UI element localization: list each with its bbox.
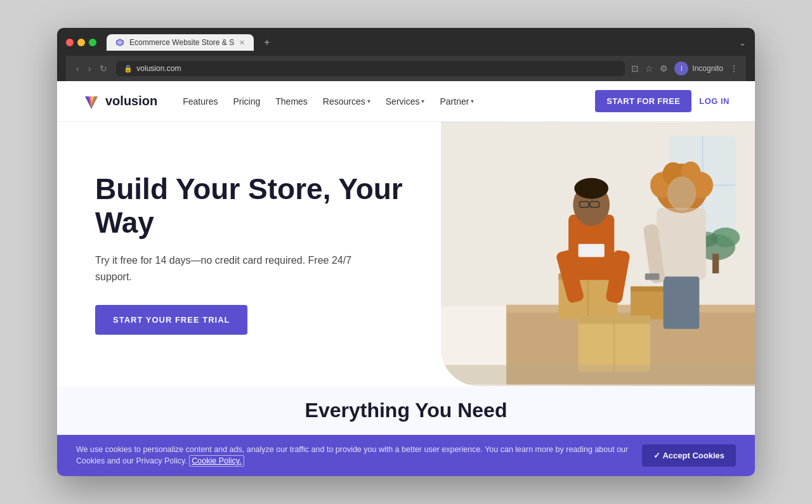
start-for-free-button[interactable]: START FOR FREE bbox=[595, 90, 691, 112]
partner-chevron-icon: ▾ bbox=[471, 98, 474, 105]
maximize-window-button[interactable] bbox=[89, 39, 96, 46]
active-tab[interactable]: Ecommerce Website Store & S ✕ bbox=[107, 34, 254, 51]
incognito-label: Incognito bbox=[692, 64, 723, 73]
url-text: volusion.com bbox=[136, 64, 181, 73]
hero-subtitle: Try it free for 14 days—no credit card r… bbox=[95, 252, 387, 285]
hero-illustration bbox=[441, 122, 755, 386]
toolbar-actions: ⊡ ☆ ⚙ I Incognito ⋮ bbox=[631, 61, 738, 75]
cookie-policy-link[interactable]: Cookie Policy. bbox=[189, 455, 244, 467]
website-content: volusion Features Pricing Themes Resourc… bbox=[57, 81, 755, 435]
logo-area[interactable]: volusion bbox=[82, 93, 157, 110]
cookie-text: We use cookies to personalize content an… bbox=[76, 444, 629, 468]
services-chevron-icon: ▾ bbox=[421, 98, 424, 105]
traffic-lights bbox=[66, 39, 96, 46]
site-navigation: volusion Features Pricing Themes Resourc… bbox=[57, 81, 755, 122]
close-window-button[interactable] bbox=[66, 39, 74, 46]
svg-rect-28 bbox=[579, 244, 605, 257]
hero-image bbox=[441, 122, 755, 386]
nav-links: Features Pricing Themes Resources ▾ Serv… bbox=[176, 93, 595, 110]
hero-title: Build Your Store, Your Way bbox=[95, 172, 416, 240]
svg-rect-39 bbox=[664, 276, 700, 329]
new-tab-button[interactable]: + bbox=[259, 34, 275, 51]
svg-rect-11 bbox=[712, 254, 719, 273]
svg-rect-42 bbox=[441, 365, 755, 385]
back-button[interactable]: ‹ bbox=[74, 62, 82, 75]
browser-titlebar: Ecommerce Website Store & S ✕ + ⌄ ‹ › ↻ … bbox=[57, 28, 755, 81]
tab-expand-button[interactable]: ⌄ bbox=[739, 38, 746, 48]
nav-resources[interactable]: Resources ▾ bbox=[317, 93, 377, 110]
extensions-icon[interactable]: ⚙ bbox=[660, 63, 668, 74]
incognito-profile-button[interactable]: I Incognito bbox=[674, 61, 723, 75]
reload-button[interactable]: ↻ bbox=[97, 62, 110, 75]
address-bar[interactable]: 🔒 volusion.com bbox=[116, 61, 625, 76]
section-teaser-title: Everything You Need bbox=[82, 399, 730, 422]
hero-section: Build Your Store, Your Way Try it free f… bbox=[57, 122, 755, 386]
nav-pricing[interactable]: Pricing bbox=[226, 93, 266, 110]
start-trial-button[interactable]: START YOUR FREE TRIAL bbox=[95, 305, 247, 335]
cast-icon[interactable]: ⊡ bbox=[631, 63, 639, 74]
section-teaser: Everything You Need bbox=[57, 386, 755, 435]
logo-text: volusion bbox=[105, 94, 157, 108]
lock-icon: 🔒 bbox=[124, 65, 133, 73]
resources-chevron-icon: ▾ bbox=[367, 98, 370, 105]
login-button[interactable]: LOG IN bbox=[699, 96, 730, 106]
nav-themes[interactable]: Themes bbox=[269, 93, 314, 110]
hero-image-area bbox=[441, 122, 755, 386]
browser-toolbar: ‹ › ↻ 🔒 volusion.com ⊡ ☆ ⚙ I Incognito ⋮ bbox=[66, 56, 746, 81]
nav-partner[interactable]: Partner ▾ bbox=[433, 93, 480, 110]
minimize-window-button[interactable] bbox=[77, 39, 85, 46]
svg-rect-41 bbox=[645, 273, 660, 280]
nav-cta-area: START FOR FREE LOG IN bbox=[595, 90, 730, 112]
nav-features[interactable]: Features bbox=[176, 93, 224, 110]
accept-cookies-button[interactable]: ✓ Accept Cookies bbox=[642, 444, 736, 467]
svg-point-37 bbox=[667, 177, 696, 211]
incognito-avatar: I bbox=[674, 61, 688, 75]
tab-title: Ecommerce Website Store & S bbox=[129, 38, 234, 47]
cookie-banner: We use cookies to personalize content an… bbox=[57, 435, 755, 477]
browser-nav-buttons: ‹ › ↻ bbox=[74, 62, 110, 75]
tab-favicon bbox=[115, 38, 124, 47]
browser-tabs-row: Ecommerce Website Store & S ✕ + ⌄ bbox=[66, 34, 746, 51]
volusion-logo-icon bbox=[82, 93, 100, 110]
forward-button[interactable]: › bbox=[86, 62, 94, 75]
svg-rect-38 bbox=[657, 208, 705, 280]
browser-window: Ecommerce Website Store & S ✕ + ⌄ ‹ › ↻ … bbox=[57, 28, 755, 476]
svg-point-24 bbox=[574, 178, 608, 199]
more-options-icon[interactable]: ⋮ bbox=[730, 63, 738, 74]
hero-left-content: Build Your Store, Your Way Try it free f… bbox=[57, 122, 441, 386]
nav-services[interactable]: Services ▾ bbox=[379, 93, 431, 110]
tab-close-button[interactable]: ✕ bbox=[239, 39, 245, 47]
bookmark-icon[interactable]: ☆ bbox=[645, 63, 653, 74]
